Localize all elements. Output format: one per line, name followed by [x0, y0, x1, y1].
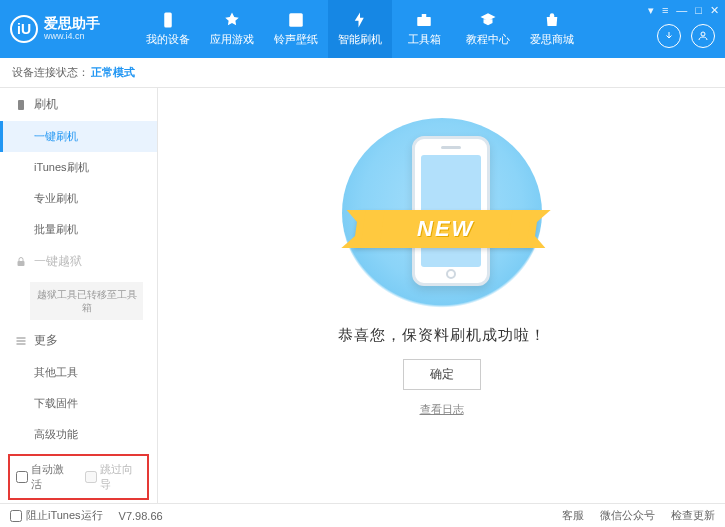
svg-rect-7 — [17, 337, 26, 338]
ok-button[interactable]: 确定 — [403, 359, 481, 390]
status-mode: 正常模式 — [91, 65, 135, 80]
success-message: 恭喜您，保资料刷机成功啦！ — [338, 326, 546, 345]
auto-activate-checkbox[interactable]: 自动激活 — [16, 462, 73, 492]
nav-store[interactable]: 爱思商城 — [520, 0, 584, 58]
sidebar-item-download-firmware[interactable]: 下载固件 — [0, 388, 157, 419]
more-icon — [14, 334, 28, 348]
maximize-button[interactable]: □ — [695, 4, 702, 17]
flash-group-icon — [14, 98, 28, 112]
sidebar-item-oneclick-flash[interactable]: 一键刷机 — [0, 121, 157, 152]
minimize-button[interactable]: — — [676, 4, 687, 17]
status-label: 设备连接状态： — [12, 65, 89, 80]
options-highlight-box: 自动激活 跳过向导 — [8, 454, 149, 500]
toolbox-icon — [415, 11, 433, 29]
device-icon — [159, 11, 177, 29]
sidebar-item-batch-flash[interactable]: 批量刷机 — [0, 214, 157, 245]
shirt-icon[interactable]: ▾ — [648, 4, 654, 17]
svg-rect-9 — [17, 343, 26, 344]
nav-ringtone-wallpaper[interactable]: 铃声壁纸 — [264, 0, 328, 58]
app-header: iU 爱思助手 www.i4.cn 我的设备 应用游戏 铃声壁纸 智能刷机 工具… — [0, 0, 725, 58]
sidebar: 刷机 一键刷机 iTunes刷机 专业刷机 批量刷机 一键越狱 越狱工具已转移至… — [0, 88, 158, 503]
svg-rect-5 — [18, 100, 24, 110]
footer-link-wechat[interactable]: 微信公众号 — [600, 508, 655, 523]
sidebar-item-pro-flash[interactable]: 专业刷机 — [0, 183, 157, 214]
sidebar-item-itunes-flash[interactable]: iTunes刷机 — [0, 152, 157, 183]
main-content: NEW 恭喜您，保资料刷机成功啦！ 确定 查看日志 — [158, 88, 725, 503]
svg-rect-2 — [417, 17, 431, 26]
nav-apps-games[interactable]: 应用游戏 — [200, 0, 264, 58]
new-ribbon: NEW — [353, 210, 538, 248]
svg-rect-6 — [18, 261, 25, 266]
nav-smart-flash[interactable]: 智能刷机 — [328, 0, 392, 58]
svg-point-4 — [701, 32, 705, 36]
jailbreak-note: 越狱工具已转移至工具箱 — [30, 282, 143, 320]
menu-icon[interactable]: ≡ — [662, 4, 668, 17]
nav-tutorials[interactable]: 教程中心 — [456, 0, 520, 58]
view-log-link[interactable]: 查看日志 — [420, 402, 464, 417]
top-nav: 我的设备 应用游戏 铃声壁纸 智能刷机 工具箱 教程中心 爱思商城 — [136, 0, 584, 58]
connection-status-row: 设备连接状态： 正常模式 — [0, 58, 725, 88]
success-illustration: NEW — [342, 118, 542, 308]
logo-icon: iU — [10, 15, 38, 43]
logo: iU 爱思助手 www.i4.cn — [10, 15, 136, 43]
sidebar-item-advanced[interactable]: 高级功能 — [0, 419, 157, 450]
svg-rect-3 — [422, 14, 427, 17]
download-button[interactable] — [657, 24, 681, 48]
svg-rect-8 — [17, 340, 26, 341]
svg-rect-0 — [164, 13, 172, 28]
wallpaper-icon — [287, 11, 305, 29]
window-controls: ▾ ≡ — □ ✕ — [648, 4, 719, 17]
footer-bar: 阻止iTunes运行 V7.98.66 客服 微信公众号 检查更新 — [0, 503, 725, 527]
sidebar-item-other-tools[interactable]: 其他工具 — [0, 357, 157, 388]
footer-link-support[interactable]: 客服 — [562, 508, 584, 523]
user-button[interactable] — [691, 24, 715, 48]
tutorial-icon — [479, 11, 497, 29]
svg-rect-1 — [289, 13, 303, 27]
sidebar-group-jailbreak: 一键越狱 — [0, 245, 157, 278]
footer-link-check-update[interactable]: 检查更新 — [671, 508, 715, 523]
sidebar-group-flash[interactable]: 刷机 — [0, 88, 157, 121]
apps-icon — [223, 11, 241, 29]
app-url: www.i4.cn — [44, 32, 100, 42]
store-icon — [543, 11, 561, 29]
nav-my-device[interactable]: 我的设备 — [136, 0, 200, 58]
flash-icon — [351, 11, 369, 29]
version-label: V7.98.66 — [119, 510, 163, 522]
nav-toolbox[interactable]: 工具箱 — [392, 0, 456, 58]
app-title: 爱思助手 — [44, 16, 100, 31]
block-itunes-checkbox[interactable]: 阻止iTunes运行 — [10, 508, 103, 523]
close-button[interactable]: ✕ — [710, 4, 719, 17]
lock-icon — [14, 255, 28, 269]
sidebar-group-more[interactable]: 更多 — [0, 324, 157, 357]
skip-setup-checkbox[interactable]: 跳过向导 — [85, 462, 142, 492]
